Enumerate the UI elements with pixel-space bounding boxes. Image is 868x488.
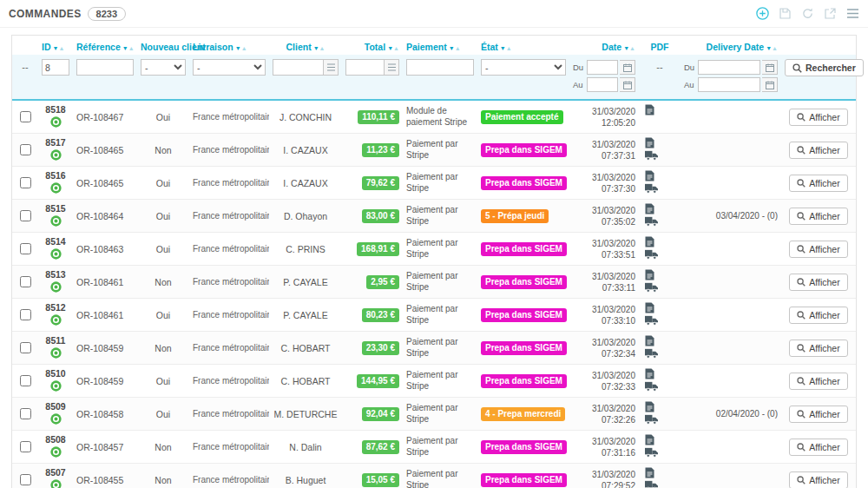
export-icon[interactable] (779, 7, 792, 20)
header-delivery-date[interactable]: Delivery Date▼▲ (681, 36, 781, 55)
sort-arrows[interactable]: ▼▲ (449, 42, 461, 52)
row-checkbox[interactable] (20, 474, 31, 485)
delivery-slip-icon[interactable] (645, 282, 658, 293)
delivery-date-from-label: Du (684, 63, 696, 72)
row-checkbox[interactable] (20, 111, 31, 122)
invoice-pdf-icon[interactable] (645, 302, 654, 313)
payment-filter-input[interactable] (406, 59, 474, 76)
calendar-icon[interactable] (620, 60, 635, 75)
view-order-button[interactable]: Afficher (789, 373, 847, 390)
sort-arrows[interactable]: ▼▲ (500, 42, 512, 52)
invoice-pdf-icon[interactable] (645, 137, 654, 148)
orders-tbody: 8518 OR-108467 Oui France métropolitaine… (12, 100, 856, 488)
delivery-filter-select[interactable]: - (193, 59, 266, 76)
invoice-pdf-icon[interactable] (645, 104, 654, 115)
delivery-slip-icon[interactable] (645, 150, 658, 161)
view-order-button[interactable]: Afficher (789, 208, 847, 225)
view-order-button[interactable]: Afficher (789, 439, 847, 456)
calendar-icon[interactable] (620, 77, 635, 92)
header-client[interactable]: Client▼▲ (269, 36, 342, 55)
header-total[interactable]: Total▼▲ (342, 36, 403, 55)
order-time-value: 07:33:11 (573, 282, 635, 293)
invoice-pdf-icon[interactable] (645, 401, 654, 412)
invoice-pdf-icon[interactable] (645, 335, 654, 346)
new-client-value: Non (137, 266, 189, 299)
date-to-label: Au (573, 80, 585, 89)
row-checkbox[interactable] (20, 177, 31, 188)
invoice-pdf-icon[interactable] (645, 467, 654, 478)
view-order-button[interactable]: Afficher (789, 109, 847, 126)
invoice-pdf-icon[interactable] (645, 269, 654, 280)
row-checkbox[interactable] (20, 309, 31, 320)
order-reference: OR-108465 (73, 134, 137, 167)
view-order-button[interactable]: Afficher (789, 472, 847, 488)
invoice-pdf-icon[interactable] (645, 368, 654, 379)
calendar-icon[interactable] (762, 77, 778, 92)
order-green-icon (50, 479, 62, 488)
delivery-slip-icon[interactable] (645, 183, 658, 194)
sort-arrows[interactable]: ▼▲ (766, 42, 778, 52)
header-date[interactable]: Date▼▲ (569, 36, 639, 55)
delivery-slip-icon[interactable] (645, 348, 658, 359)
view-order-button[interactable]: Afficher (789, 241, 847, 258)
view-order-button[interactable]: Afficher (789, 340, 847, 357)
date-to-input[interactable] (587, 77, 618, 92)
delivery-slip-icon[interactable] (645, 315, 658, 326)
row-checkbox[interactable] (20, 375, 31, 386)
view-order-button[interactable]: Afficher (789, 307, 847, 324)
header-delivery[interactable]: Livraison▼▲ (189, 36, 269, 55)
delivery-date-to-input[interactable] (698, 77, 760, 92)
view-order-button[interactable]: Afficher (789, 406, 847, 423)
view-order-button[interactable]: Afficher (789, 175, 847, 192)
sort-arrows[interactable]: ▼▲ (313, 42, 326, 52)
row-checkbox[interactable] (20, 276, 31, 287)
row-checkbox[interactable] (20, 243, 31, 254)
invoice-pdf-icon[interactable] (645, 203, 654, 214)
total-filter-options-button[interactable] (384, 59, 399, 76)
reference-filter-input[interactable] (76, 59, 134, 76)
total-filter-input[interactable] (345, 59, 384, 76)
invoice-pdf-icon[interactable] (645, 434, 654, 445)
expand-icon[interactable] (824, 7, 837, 20)
header-state[interactable]: État▼▲ (477, 36, 569, 55)
row-checkbox[interactable] (20, 210, 31, 221)
state-filter-select[interactable]: - (481, 59, 566, 76)
date-from-input[interactable] (587, 60, 618, 75)
table-row: 8512 OR-108461 Oui France métropolitaine… (12, 299, 856, 332)
sort-arrows[interactable]: ▼▲ (53, 42, 65, 52)
delivery-date-from-input[interactable] (698, 60, 760, 75)
payment-method: Paiement par Stripe (403, 464, 477, 488)
row-checkbox[interactable] (20, 342, 31, 353)
refresh-icon[interactable] (801, 7, 814, 20)
sort-arrows[interactable]: ▼▲ (235, 42, 247, 52)
delivery-slip-icon[interactable] (645, 480, 658, 488)
header-reference[interactable]: Référence▼▲ (73, 36, 137, 55)
view-order-button[interactable]: Afficher (789, 142, 847, 159)
invoice-pdf-icon[interactable] (645, 170, 654, 181)
new-client-value: Oui (137, 200, 189, 233)
calendar-icon[interactable] (762, 60, 778, 75)
client-filter-options-button[interactable] (323, 59, 339, 76)
view-order-button[interactable]: Afficher (789, 274, 847, 291)
id-filter-input[interactable] (42, 59, 69, 76)
add-order-icon[interactable] (756, 7, 769, 20)
search-button[interactable]: Rechercher (785, 59, 864, 76)
sort-arrows[interactable]: ▼▲ (623, 42, 635, 52)
row-checkbox[interactable] (20, 441, 31, 452)
delivery-slip-icon[interactable] (645, 381, 658, 392)
delivery-slip-icon[interactable] (645, 216, 658, 227)
header-id[interactable]: ID▼▲ (38, 36, 73, 55)
header-payment[interactable]: Paiement▼▲ (403, 36, 477, 55)
new-client-filter-select[interactable]: - (141, 59, 186, 76)
delivery-date-value (681, 431, 781, 464)
delivery-slip-icon[interactable] (645, 447, 658, 458)
client-filter-input[interactable] (273, 59, 323, 76)
invoice-pdf-icon[interactable] (645, 236, 654, 247)
delivery-slip-icon[interactable] (645, 414, 658, 425)
sort-arrows[interactable]: ▼▲ (122, 42, 135, 52)
row-checkbox[interactable] (20, 144, 31, 155)
row-checkbox[interactable] (20, 408, 31, 419)
sort-arrows[interactable]: ▼▲ (387, 42, 399, 52)
menu-icon[interactable] (846, 8, 859, 19)
delivery-slip-icon[interactable] (645, 249, 658, 260)
